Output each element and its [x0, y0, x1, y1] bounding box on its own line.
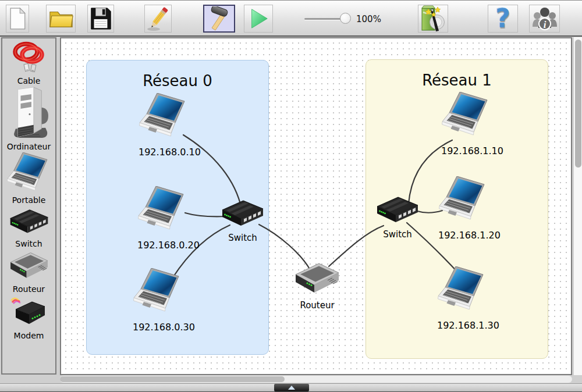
- switch-label: Switch: [219, 233, 266, 243]
- host-laptop[interactable]: 192.168.1.10: [441, 92, 492, 156]
- host-laptop[interactable]: 192.168.1.30: [437, 266, 488, 331]
- open-folder-icon: [48, 8, 74, 30]
- host-ip-label: 192.168.1.10: [441, 145, 492, 156]
- zoom-level-label: 100%: [356, 14, 381, 24]
- svg-text:i: i: [543, 19, 546, 30]
- palette-item-label: Portable: [2, 195, 55, 205]
- host-ip-label: 192.168.0.30: [133, 322, 184, 333]
- palette-item-switch[interactable]: Switch: [2, 208, 55, 248]
- host-ip-label: 192.168.0.10: [139, 147, 190, 158]
- router-icon: [292, 261, 343, 297]
- host-laptop[interactable]: 192.168.0.20: [137, 186, 189, 251]
- magic-wizard-icon: [420, 5, 446, 32]
- zoom-slider-thumb[interactable]: [340, 13, 351, 24]
- about-button[interactable]: i: [529, 5, 560, 33]
- router-label: Routeur: [292, 300, 343, 311]
- laptop-icon: [438, 176, 489, 222]
- router-device[interactable]: Routeur: [292, 261, 343, 311]
- vertical-scrollbar[interactable]: [573, 37, 582, 375]
- horizontal-scrollbar[interactable]: [60, 376, 572, 383]
- network-canvas[interactable]: Réseau 0 Réseau 1 192.168.0.10 192.: [60, 37, 572, 375]
- edit-pencil-button[interactable]: [144, 5, 172, 33]
- component-palette: Cable Ordinateur Portable Switch Routeur…: [1, 37, 56, 375]
- run-play-button[interactable]: [244, 5, 273, 33]
- save-button[interactable]: [87, 5, 114, 33]
- switch-label: Switch: [374, 229, 421, 240]
- router-icon: [7, 250, 51, 281]
- pencil-icon: [146, 6, 171, 31]
- new-file-button[interactable]: [6, 5, 29, 33]
- help-question-icon: ?: [495, 6, 510, 31]
- vertical-scrollbar-thumb[interactable]: [575, 40, 581, 168]
- palette-item-label: Switch: [2, 239, 55, 248]
- save-floppy-icon: [89, 6, 112, 31]
- palette-item-cable[interactable]: Cable: [2, 40, 55, 85]
- palette-item-modem[interactable]: Modem: [2, 295, 55, 340]
- palette-item-portable[interactable]: Portable: [2, 152, 55, 205]
- desktop-tower-icon: [9, 85, 49, 139]
- modem-icon: [10, 295, 48, 328]
- about-people-icon: i: [531, 6, 558, 31]
- wizard-button[interactable]: [418, 5, 448, 33]
- zoom-slider-track[interactable]: [304, 18, 345, 20]
- laptop-icon: [139, 93, 190, 138]
- red-cable-coil-icon: [11, 40, 47, 73]
- new-file-icon: [8, 6, 27, 31]
- laptop-icon: [137, 186, 189, 231]
- host-laptop[interactable]: 192.168.0.10: [139, 93, 190, 158]
- network-switch-icon: [219, 199, 266, 229]
- switch-reseau1[interactable]: Switch: [374, 195, 421, 240]
- toolbar: 100% ?: [0, 0, 582, 37]
- palette-item-label: Ordinateur: [2, 142, 55, 151]
- palette-item-ordinateur[interactable]: Ordinateur: [2, 85, 55, 151]
- host-ip-label: 192.168.0.20: [137, 240, 189, 251]
- play-icon: [247, 8, 269, 30]
- host-ip-label: 192.168.1.20: [438, 230, 489, 241]
- palette-item-routeur[interactable]: Routeur: [2, 250, 55, 294]
- laptop-icon: [437, 266, 488, 312]
- build-hammer-button[interactable]: [203, 5, 235, 33]
- hammer-icon: [207, 6, 232, 31]
- palette-item-label: Cable: [2, 76, 55, 85]
- network-switch-icon: [8, 208, 51, 236]
- network-switch-icon: [374, 195, 421, 226]
- bottom-panel-expander-button[interactable]: [274, 384, 309, 391]
- palette-item-label: Modem: [2, 331, 55, 340]
- help-button[interactable]: ?: [488, 5, 518, 33]
- host-ip-label: 192.168.1.30: [437, 320, 488, 331]
- open-folder-button[interactable]: [46, 5, 76, 33]
- laptop-icon: [133, 268, 184, 313]
- host-laptop[interactable]: 192.168.1.20: [438, 176, 489, 241]
- expand-up-arrow-icon: [288, 386, 295, 390]
- switch-reseau0[interactable]: Switch: [219, 199, 266, 243]
- laptop-icon: [6, 152, 52, 193]
- palette-item-label: Routeur: [2, 284, 55, 294]
- horizontal-scrollbar-thumb[interactable]: [60, 376, 285, 382]
- host-laptop[interactable]: 192.168.0.30: [133, 268, 184, 333]
- laptop-icon: [441, 92, 492, 137]
- network-simulator-window: 100% ?: [0, 0, 582, 392]
